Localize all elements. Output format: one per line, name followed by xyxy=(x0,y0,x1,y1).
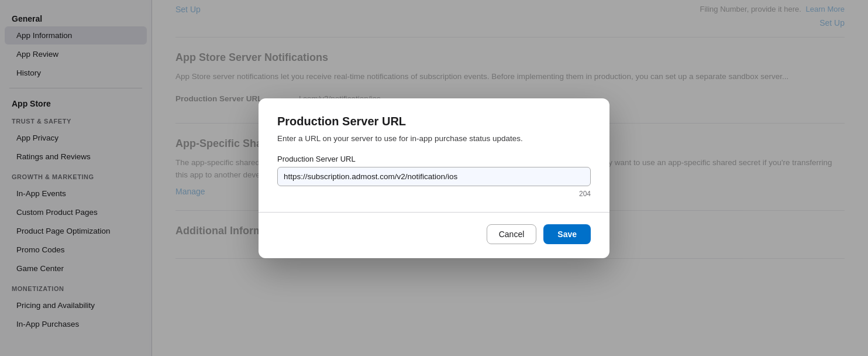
modal-subtitle: Enter a URL on your server to use for in… xyxy=(277,134,591,143)
modal-field-label: Production Server URL xyxy=(277,155,591,163)
cancel-button[interactable]: Cancel xyxy=(487,224,537,244)
modal-title: Production Server URL xyxy=(277,115,591,128)
production-server-url-modal: Production Server URL Enter a URL on you… xyxy=(259,98,609,258)
modal-divider xyxy=(259,212,609,213)
modal-input-wrapper xyxy=(277,167,591,186)
production-server-url-input[interactable] xyxy=(277,167,591,186)
modal-overlay: Production Server URL Enter a URL on you… xyxy=(0,0,868,356)
modal-actions: Cancel Save xyxy=(277,224,591,244)
modal-char-count: 204 xyxy=(277,189,591,198)
save-button[interactable]: Save xyxy=(543,224,591,244)
